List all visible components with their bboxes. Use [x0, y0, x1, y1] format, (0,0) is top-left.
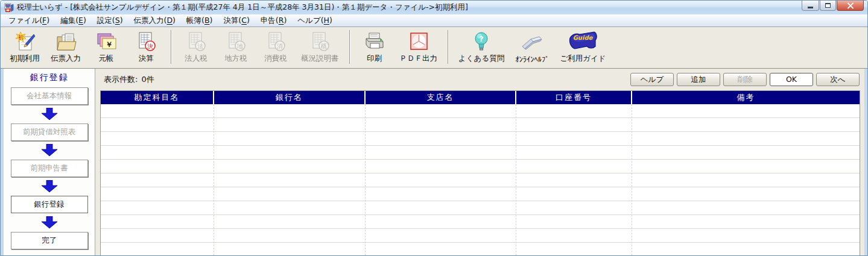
column-header-notes: 備考: [632, 91, 860, 104]
table-column-area: [632, 104, 860, 255]
toolbar-pdf-output[interactable]: ＰＤＦ出力: [394, 29, 443, 65]
toolbar-usage-guide[interactable]: Guide ご利用ガイド: [554, 29, 611, 65]
toolbar-label: 消費税: [264, 54, 287, 64]
step-arrow-down-icon: [39, 216, 60, 229]
delete-button: 削除: [723, 73, 767, 86]
sidebar-step-prior-balance-sheet: 前期貸借対照表: [11, 123, 88, 141]
title-bar: 税理士いらず - [株式会社サンプルデザイン・第１期(平成27年 4月 1日～平…: [1, 1, 867, 14]
svg-text:法: 法: [197, 43, 203, 49]
toolbar-label: 決算: [139, 54, 154, 64]
toolbar-separator: [448, 30, 448, 64]
sidebar-step-bank-registration[interactable]: 銀行登録: [11, 196, 88, 213]
next-button[interactable]: 次へ: [816, 73, 860, 86]
close-icon: [847, 2, 854, 9]
app-window: 税理士いらず - [株式会社サンプルデザイン・第１期(平成27年 4月 1日～平…: [0, 0, 868, 256]
menu-bar: ファイル(F) 編集(E) 設定(S) 伝票入力(D) 帳簿(B) 決算(C) …: [1, 14, 867, 27]
table-column-area: [366, 104, 516, 255]
toolbar-label: 印刷: [367, 54, 382, 64]
display-count-value: 0件: [141, 74, 154, 85]
online-help-book-icon: [519, 33, 545, 54]
menu-edit[interactable]: 編集(E): [55, 14, 92, 27]
column-header-account-number: 口座番号: [516, 91, 632, 104]
column-header-account-name: 勘定科目名: [101, 91, 214, 104]
svg-text:?: ?: [480, 35, 484, 43]
step-arrow-down-icon: [39, 144, 60, 157]
toolbar-label: ｵﾝﾗｲﾝﾍﾙﾌﾟ: [515, 55, 549, 64]
sidebar-step-prior-tax-return: 前期申告書: [11, 160, 88, 177]
local-tax-icon: 地: [224, 31, 247, 52]
table-header-row: 勘定科目名 銀行名 支店名 口座番号 備考: [101, 91, 860, 104]
toolbar-consumption-tax: 消 消費税: [256, 29, 296, 65]
menu-books[interactable]: 帳簿(B): [181, 14, 218, 27]
toolbar-voucher-input[interactable]: 伝票入力: [45, 29, 86, 65]
display-count: 表示件数: 0件: [104, 74, 154, 85]
sidebar-title: 銀行登録: [30, 72, 69, 83]
toolbar-label: よくある質問: [458, 54, 504, 64]
toolbar-print[interactable]: 印刷: [355, 29, 394, 65]
step-arrow-down-icon: [39, 180, 60, 193]
ledger-icon: ￥: [94, 32, 118, 52]
minimize-icon: [808, 7, 813, 8]
toolbar-label: ＰＤＦ出力: [400, 54, 438, 64]
svg-text:Guide: Guide: [572, 34, 593, 41]
help-button[interactable]: ヘルプ: [630, 73, 674, 86]
toolbar-label: 伝票入力: [51, 54, 81, 64]
initial-use-icon: 初: [13, 31, 36, 52]
menu-settlement[interactable]: 決算(C): [218, 14, 255, 27]
toolbar: 初 初期利用 伝票入力 ￥ 元帳: [1, 27, 867, 69]
toolbar-label: 初期利用: [10, 54, 40, 64]
toolbar-label: 法人税: [185, 54, 207, 64]
menu-file[interactable]: ファイル(F): [3, 14, 55, 27]
column-header-branch-name: 支店名: [366, 91, 516, 104]
faq-lightbulb-icon: ?: [471, 31, 492, 52]
toolbar-label: ご利用ガイド: [560, 54, 606, 64]
toolbar-online-help[interactable]: ｵﾝﾗｲﾝﾍﾙﾌﾟ: [510, 29, 554, 65]
window-controls: [802, 1, 864, 11]
toolbar-label: 元帳: [99, 54, 114, 64]
consumption-tax-icon: 消: [264, 31, 287, 52]
main-panel: 表示件数: 0件 ヘルプ 追加 削除 OK 次へ 勘定科目名 銀行名: [95, 69, 864, 255]
app-icon: [4, 3, 14, 13]
bank-table: 勘定科目名 銀行名 支店名 口座番号 備考: [100, 90, 860, 255]
svg-text:決: 決: [147, 43, 153, 49]
table-body-empty: [101, 104, 860, 255]
toolbar-initial-use[interactable]: 初 初期利用: [4, 29, 45, 65]
voucher-input-icon: [54, 32, 78, 52]
close-button[interactable]: [837, 1, 864, 11]
step-arrow-down-icon: [39, 108, 60, 120]
window-title: 税理士いらず - [株式会社サンプルデザイン・第１期(平成27年 4月 1日～平…: [17, 2, 468, 13]
menu-tax-return[interactable]: 申告(R): [255, 14, 292, 27]
menu-voucher-input[interactable]: 伝票入力(D): [128, 14, 181, 27]
corporate-tax-icon: 法: [185, 31, 207, 52]
restore-icon: [825, 3, 831, 8]
minimize-button[interactable]: [802, 1, 819, 11]
sidebar-step-company-info: 会社基本情報: [11, 87, 88, 105]
toolbar-label: 地方税: [224, 54, 247, 64]
window-frame: 銀行登録 会社基本情報 前期貸借対照表 前期申告書: [1, 69, 867, 255]
table-column-area: [516, 104, 632, 255]
add-button[interactable]: 追加: [677, 73, 720, 86]
toolbar-label: 概況説明書: [301, 54, 339, 64]
sidebar-step-complete[interactable]: 完了: [11, 232, 88, 249]
toolbar-ledger[interactable]: ￥ 元帳: [86, 29, 126, 65]
main-top-bar: 表示件数: 0件 ヘルプ 追加 削除 OK 次へ: [95, 69, 864, 90]
toolbar-faq[interactable]: ? よくある質問: [453, 29, 510, 65]
toolbar-corporate-tax: 法 法人税: [176, 29, 216, 65]
restore-button[interactable]: [820, 1, 836, 11]
toolbar-separator: [171, 30, 171, 64]
settlement-icon: 決: [135, 31, 157, 52]
svg-text:初: 初: [18, 34, 24, 40]
toolbar-overview-statement: 概 概況説明書: [296, 29, 344, 65]
display-count-label: 表示件数:: [104, 74, 138, 85]
table-column-area: [101, 104, 214, 255]
print-icon: [363, 32, 387, 52]
toolbar-separator: [349, 30, 350, 64]
svg-text:概: 概: [320, 43, 327, 49]
menu-settings[interactable]: 設定(S): [92, 14, 128, 27]
svg-text:地: 地: [236, 43, 243, 49]
menu-help[interactable]: ヘルプ(H): [292, 14, 338, 27]
workflow-sidebar: 銀行登録 会社基本情報 前期貸借対照表 前期申告書: [4, 69, 95, 255]
toolbar-settlement[interactable]: 決 決算: [126, 29, 166, 65]
ok-button[interactable]: OK: [770, 73, 813, 86]
svg-text:消: 消: [277, 43, 283, 49]
